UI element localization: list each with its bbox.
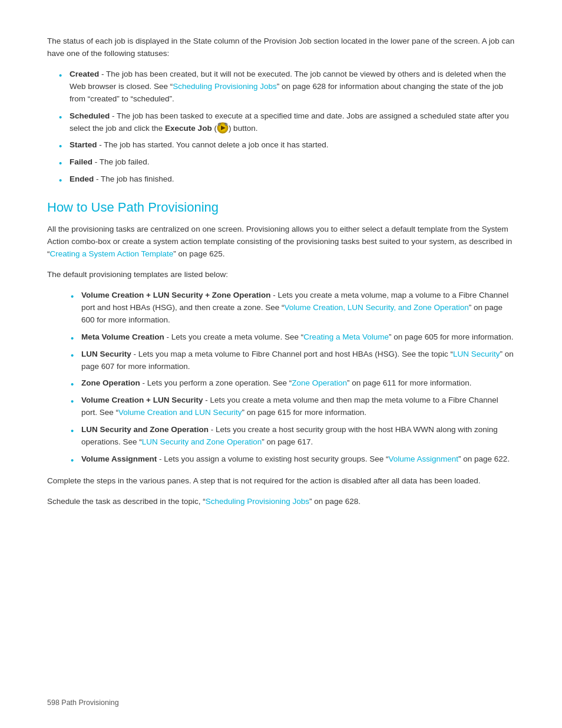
page-container: The status of each job is displayed in t… bbox=[0, 0, 562, 728]
intro-paragraph: The status of each job is displayed in t… bbox=[47, 35, 515, 60]
template-3-text: - Lets you map a meta volume to Fibre Ch… bbox=[131, 350, 453, 358]
template-7-after: ” on page 622. bbox=[458, 454, 510, 463]
template-item-3: LUN Security - Lets you map a meta volum… bbox=[71, 348, 515, 373]
status-ended: Ended bbox=[70, 174, 94, 183]
creating-system-action-link[interactable]: Creating a System Action Template bbox=[50, 249, 174, 258]
template-5-after: ” on page 615 for more information. bbox=[242, 408, 366, 417]
schedule-text: Schedule the task as described in the to… bbox=[47, 496, 515, 508]
list-item-started: Started - The job has started. You canno… bbox=[59, 139, 515, 151]
template-5-link[interactable]: Volume Creation and LUN Security bbox=[118, 408, 242, 417]
templates-list: Volume Creation + LUN Security + Zone Op… bbox=[71, 289, 515, 466]
template-1-term: Volume Creation + LUN Security + Zone Op… bbox=[81, 291, 271, 299]
template-3-link[interactable]: LUN Security bbox=[453, 350, 500, 358]
status-started-text: - The job has started. You cannot delete… bbox=[97, 140, 329, 149]
template-7-text: - Lets you assign a volume to existing h… bbox=[157, 454, 388, 463]
template-2-text: - Lets you create a meta volume. See “ bbox=[164, 332, 303, 341]
template-1-link[interactable]: Volume Creation, LUN Security, and Zone … bbox=[284, 303, 468, 312]
list-item-scheduled: Scheduled - The job has been tasked to e… bbox=[59, 110, 515, 135]
template-3-term: LUN Security bbox=[81, 350, 131, 358]
template-4-after: ” on page 611 for more information. bbox=[347, 378, 472, 387]
svg-point-3 bbox=[218, 123, 220, 126]
status-created: Created bbox=[70, 70, 99, 78]
template-5-term: Volume Creation + LUN Security bbox=[81, 396, 203, 404]
template-4-term: Zone Operation bbox=[81, 378, 140, 387]
execute-job-icon bbox=[217, 122, 229, 134]
status-ended-text: - The job has finished. bbox=[94, 174, 174, 183]
status-scheduled: Scheduled bbox=[70, 111, 110, 120]
page-footer: 598 Path Provisioning bbox=[47, 699, 119, 707]
list-item-created: Created - The job has been created, but … bbox=[59, 68, 515, 106]
template-6-term: LUN Security and Zone Operation bbox=[81, 425, 209, 434]
template-4-link[interactable]: Zone Operation bbox=[292, 378, 347, 387]
section-heading: How to Use Path Provisioning bbox=[47, 200, 515, 215]
status-scheduled-text: - The job has been tasked to execute at … bbox=[70, 111, 509, 133]
status-failed: Failed bbox=[70, 157, 92, 166]
status-started: Started bbox=[70, 140, 97, 149]
complete-steps-text: Complete the steps in the various panes.… bbox=[47, 475, 515, 487]
template-7-link[interactable]: Volume Assignment bbox=[388, 454, 458, 463]
template-6-link[interactable]: LUN Security and Zone Operation bbox=[142, 437, 262, 446]
templates-intro: The default provisioning templates are l… bbox=[47, 269, 515, 281]
section-intro: All the provisioning tasks are centraliz… bbox=[47, 223, 515, 261]
template-2-after: ” on page 605 for more information. bbox=[389, 332, 514, 341]
template-item-5: Volume Creation + LUN Security - Lets yo… bbox=[71, 394, 515, 419]
template-2-link[interactable]: Creating a Meta Volume bbox=[303, 332, 389, 341]
template-item-1: Volume Creation + LUN Security + Zone Op… bbox=[71, 289, 515, 327]
status-list: Created - The job has been created, but … bbox=[59, 68, 515, 186]
list-item-failed: Failed - The job failed. bbox=[59, 156, 515, 169]
scheduling-jobs-link-1[interactable]: Scheduling Provisioning Jobs bbox=[173, 82, 276, 91]
template-item-7: Volume Assignment - Lets you assign a vo… bbox=[71, 453, 515, 466]
status-scheduled-button-after: ) button. bbox=[229, 124, 258, 133]
scheduling-jobs-link-2[interactable]: Scheduling Provisioning Jobs bbox=[206, 497, 309, 506]
template-item-2: Meta Volume Creation - Lets you create a… bbox=[71, 331, 515, 344]
template-item-4: Zone Operation - Lets you perform a zone… bbox=[71, 377, 515, 390]
status-failed-text: - The job failed. bbox=[92, 157, 150, 166]
execute-job-label: Execute Job bbox=[165, 124, 212, 133]
template-6-after: ” on page 617. bbox=[262, 437, 313, 446]
svg-point-4 bbox=[225, 123, 227, 126]
template-item-6: LUN Security and Zone Operation - Lets y… bbox=[71, 424, 515, 449]
template-4-text: - Lets you perform a zone operation. See… bbox=[140, 378, 292, 387]
list-item-ended: Ended - The job has finished. bbox=[59, 173, 515, 186]
template-2-term: Meta Volume Creation bbox=[81, 332, 164, 341]
template-7-term: Volume Assignment bbox=[81, 454, 157, 463]
